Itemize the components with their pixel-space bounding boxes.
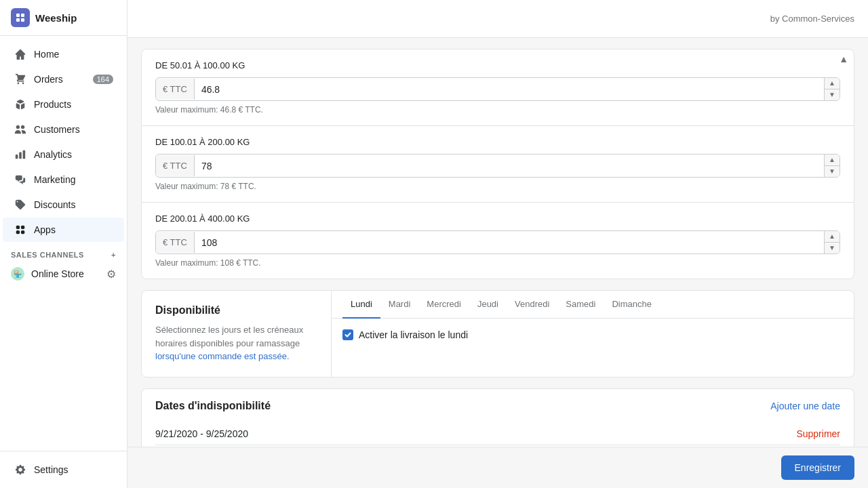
- by-label: by Common-Services: [770, 14, 854, 24]
- add-sales-channel-button[interactable]: +: [111, 251, 116, 259]
- day-tab-samedi[interactable]: Samedi: [557, 291, 604, 319]
- day-tab-mercredi[interactable]: Mercredi: [418, 291, 469, 319]
- price-range-1-input[interactable]: [195, 79, 824, 100]
- home-icon: [14, 47, 27, 61]
- customers-icon: [14, 123, 27, 136]
- activate-checkbox-label: Activer la livraison le lundi: [359, 329, 468, 340]
- sidebar-item-home-label: Home: [34, 49, 59, 60]
- svg-rect-3: [21, 18, 24, 22]
- day-tab-mardi[interactable]: Mardi: [380, 291, 419, 319]
- sidebar-item-orders[interactable]: Orders 164: [3, 67, 124, 92]
- price-range-1-spin-up[interactable]: ▲: [825, 78, 840, 89]
- footer-bar: Enregistrer: [127, 447, 868, 488]
- sidebar-item-settings[interactable]: Settings: [3, 458, 124, 482]
- marketing-icon: [14, 173, 27, 186]
- svg-rect-1: [21, 14, 24, 17]
- activate-checkbox-row: Activer la livraison le lundi: [342, 329, 843, 340]
- price-range-1-input-row: € TTC ▲ ▼: [155, 77, 840, 101]
- online-store-settings-icon[interactable]: ⚙: [106, 268, 116, 281]
- disponibilite-title: Disponibilité: [155, 304, 317, 317]
- svg-rect-2: [16, 18, 20, 22]
- orders-icon: [14, 73, 27, 86]
- sidebar-item-online-store[interactable]: 🏪 Online Store ⚙: [0, 262, 127, 286]
- day-tab-dimanche[interactable]: Dimanche: [604, 291, 660, 319]
- sidebar-item-discounts[interactable]: Discounts: [3, 192, 124, 217]
- main-area: by Common-Services ▲ DE 50.01 À 100.00 K…: [127, 0, 868, 488]
- app-brand: Weeship: [35, 12, 77, 24]
- sidebar-item-apps[interactable]: Apps: [3, 218, 124, 242]
- disponibilite-right: Lundi Mardi Mercredi Jeudi Vendredi Same…: [332, 291, 854, 377]
- add-date-button[interactable]: Ajouter une date: [770, 401, 840, 411]
- orders-badge: 164: [93, 75, 113, 84]
- disponibilite-left: Disponibilité Sélectionnez les jours et …: [142, 291, 332, 377]
- app-logo: [11, 8, 30, 27]
- price-range-3-input[interactable]: [195, 232, 824, 253]
- day-tab-jeudi[interactable]: Jeudi: [469, 291, 507, 319]
- settings-label: Settings: [34, 464, 68, 475]
- day-tab-lundi[interactable]: Lundi: [342, 291, 380, 319]
- activate-checkbox[interactable]: [342, 329, 353, 340]
- online-store-label: Online Store: [31, 268, 84, 279]
- sidebar-bottom: Settings: [0, 451, 127, 488]
- price-range-1-title: DE 50.01 À 100.00 KG: [155, 60, 840, 70]
- date-range-text: 9/21/2020 - 9/25/2020: [155, 428, 248, 439]
- price-range-2-spinners: ▲ ▼: [824, 155, 840, 177]
- dates-indisponibilite-section: Dates d'indisponibilité Ajouter une date…: [141, 388, 854, 447]
- apps-icon: [14, 223, 27, 237]
- price-range-1: DE 50.01 À 100.00 KG € TTC ▲ ▼ Valeur ma…: [142, 49, 854, 126]
- price-range-2-input-row: € TTC ▲ ▼: [155, 154, 840, 178]
- sidebar-item-home[interactable]: Home: [3, 42, 124, 66]
- online-store-icon: 🏪: [11, 267, 24, 281]
- day-tab-vendredi[interactable]: Vendredi: [507, 291, 557, 319]
- price-range-1-spinners: ▲ ▼: [824, 78, 840, 100]
- sidebar-item-marketing[interactable]: Marketing: [3, 167, 124, 192]
- price-range-3-title: DE 200.01 À 400.00 KG: [155, 214, 840, 224]
- sidebar-nav: Home Orders 164 Products Customers: [0, 36, 127, 451]
- top-bar: by Common-Services: [127, 0, 868, 38]
- price-range-2: DE 100.01 À 200.00 KG € TTC ▲ ▼ Valeur m…: [142, 126, 854, 203]
- price-range-2-title: DE 100.01 À 200.00 KG: [155, 137, 840, 147]
- price-range-2-prefix: € TTC: [156, 155, 195, 176]
- supprimer-button[interactable]: Supprimer: [796, 428, 840, 439]
- price-range-2-spin-down[interactable]: ▼: [825, 166, 840, 177]
- sidebar-item-discounts-label: Discounts: [34, 199, 75, 210]
- price-range-3-max: Valeur maximum: 108 € TTC.: [155, 258, 840, 268]
- discounts-icon: [14, 198, 27, 211]
- disponibilite-desc: Sélectionnez les jours et les créneaux h…: [155, 323, 317, 363]
- online-store-left: 🏪 Online Store: [11, 267, 84, 281]
- svg-rect-0: [16, 14, 20, 17]
- sidebar-item-orders-label: Orders: [34, 74, 63, 85]
- dispo-desc-link[interactable]: lorsqu'une commande est passée.: [155, 351, 290, 361]
- price-range-3: DE 200.01 À 400.00 KG € TTC ▲ ▼ Valeur m…: [142, 203, 854, 279]
- day-content: Activer la livraison le lundi: [332, 319, 854, 351]
- day-tabs: Lundi Mardi Mercredi Jeudi Vendredi Same…: [332, 291, 854, 319]
- settings-icon: [14, 463, 27, 476]
- price-range-3-spin-up[interactable]: ▲: [825, 231, 840, 243]
- scroll-up-icon[interactable]: ▲: [839, 54, 848, 64]
- price-range-1-spin-down[interactable]: ▼: [825, 89, 840, 100]
- price-range-3-spin-down[interactable]: ▼: [825, 243, 840, 253]
- sidebar-item-apps-label: Apps: [34, 224, 56, 235]
- main-scroll: ▲ DE 50.01 À 100.00 KG € TTC ▲ ▼ Valeur …: [127, 38, 868, 447]
- disponibilite-section: Disponibilité Sélectionnez les jours et …: [141, 290, 854, 378]
- price-range-2-input[interactable]: [195, 155, 824, 177]
- price-range-3-prefix: € TTC: [156, 232, 195, 253]
- sidebar-item-products[interactable]: Products: [3, 92, 124, 117]
- date-range-row: 9/21/2020 - 9/25/2020 Supprimer: [155, 423, 840, 445]
- price-range-3-spinners: ▲ ▼: [824, 231, 840, 253]
- sidebar-item-analytics-label: Analytics: [34, 149, 72, 160]
- price-range-3-input-row: € TTC ▲ ▼: [155, 230, 840, 254]
- sidebar-item-customers-label: Customers: [34, 124, 80, 135]
- price-range-2-max: Valeur maximum: 78 € TTC.: [155, 182, 840, 191]
- sidebar: Weeship Home Orders 164 Products: [0, 0, 127, 488]
- price-range-2-spin-up[interactable]: ▲: [825, 155, 840, 166]
- sidebar-item-marketing-label: Marketing: [34, 174, 75, 185]
- analytics-icon: [14, 148, 27, 161]
- price-range-1-prefix: € TTC: [156, 79, 195, 100]
- dates-header: Dates d'indisponibilité Ajouter une date: [155, 400, 840, 412]
- sidebar-header: Weeship: [0, 0, 127, 36]
- enregistrer-button[interactable]: Enregistrer: [781, 455, 854, 480]
- sidebar-item-analytics[interactable]: Analytics: [3, 142, 124, 167]
- dates-title: Dates d'indisponibilité: [155, 400, 271, 412]
- sidebar-item-customers[interactable]: Customers: [3, 117, 124, 142]
